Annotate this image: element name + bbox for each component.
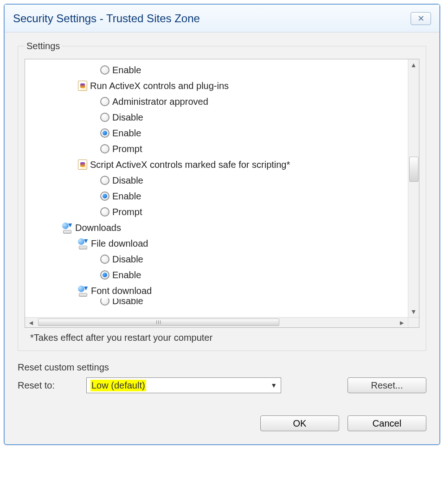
radio-option[interactable]: Enable: [29, 188, 405, 204]
titlebar: Security Settings - Trusted Sites Zone ✕: [5, 5, 439, 32]
reset-section-title: Reset custom settings: [18, 362, 426, 373]
horizontal-scrollbar[interactable]: ◄ ⅠⅠⅠ ►: [25, 317, 408, 327]
chevron-down-icon: ▼: [270, 382, 277, 389]
radio-option[interactable]: Administrator approved: [29, 94, 405, 109]
tree-item-file-download[interactable]: File download: [29, 236, 405, 251]
scrollbar-corner: [408, 317, 419, 327]
document-icon: [78, 81, 87, 91]
scrollbar-thumb[interactable]: ⅠⅠⅠ: [38, 319, 279, 326]
option-label: Disable: [112, 175, 143, 186]
cancel-button[interactable]: Cancel: [347, 415, 426, 431]
option-label: Enable: [112, 128, 141, 139]
radio-option[interactable]: Disable: [29, 299, 405, 306]
radio-option[interactable]: Disable: [29, 251, 405, 267]
window-title: Security Settings - Trusted Sites Zone: [13, 12, 200, 25]
option-label: Enable: [112, 191, 141, 202]
radio-icon: [100, 207, 109, 217]
restart-note: *Takes effect after you restart your com…: [25, 328, 419, 343]
combobox-value: Low (default): [90, 380, 146, 391]
option-label: Administrator approved: [112, 96, 208, 107]
button-label: Reset...: [371, 380, 403, 391]
tree-item-label: Downloads: [75, 223, 121, 233]
tree-category-downloads[interactable]: Downloads: [29, 220, 405, 236]
option-label: Prompt: [112, 144, 142, 154]
close-button[interactable]: ✕: [411, 12, 431, 25]
vertical-scrollbar[interactable]: ▲ ▼: [408, 59, 419, 317]
reset-to-combobox[interactable]: Low (default) ▼: [86, 377, 281, 393]
scroll-left-icon: ◄: [25, 319, 37, 326]
document-icon: [78, 159, 87, 170]
radio-icon: [100, 191, 109, 201]
tree-item-label: Script ActiveX controls marked safe for …: [90, 159, 290, 170]
radio-icon: [100, 97, 109, 106]
option-label: Disable: [112, 299, 143, 306]
radio-icon: [100, 65, 109, 75]
ok-button[interactable]: OK: [260, 415, 339, 431]
reset-to-label: Reset to:: [18, 380, 78, 391]
download-icon: [78, 286, 88, 296]
option-label: Prompt: [112, 207, 142, 217]
tree-item-script-activex[interactable]: Script ActiveX controls marked safe for …: [29, 157, 405, 172]
radio-option[interactable]: Disable: [29, 172, 405, 188]
button-label: Cancel: [373, 418, 401, 429]
download-icon: [62, 223, 72, 233]
radio-icon: [100, 144, 109, 153]
radio-icon: [100, 299, 109, 306]
scroll-up-icon: ▲: [411, 59, 417, 70]
download-icon: [78, 238, 88, 249]
radio-option[interactable]: Disable: [29, 109, 405, 125]
radio-option[interactable]: Enable: [29, 267, 405, 283]
scroll-right-icon: ►: [396, 319, 408, 326]
radio-icon: [100, 128, 109, 138]
radio-option[interactable]: Enable: [29, 125, 405, 141]
radio-option[interactable]: Enable: [29, 62, 405, 78]
radio-option[interactable]: Prompt: [29, 141, 405, 157]
radio-option[interactable]: Prompt: [29, 204, 405, 220]
security-settings-dialog: Security Settings - Trusted Sites Zone ✕…: [4, 4, 440, 445]
option-label: Enable: [112, 65, 141, 76]
tree-item-label: File download: [91, 238, 148, 249]
settings-tree: Enable Run ActiveX controls and plug-ins…: [25, 59, 419, 328]
option-label: Disable: [112, 254, 143, 265]
radio-icon: [100, 176, 109, 185]
option-label: Enable: [112, 270, 141, 281]
radio-icon: [100, 255, 109, 264]
tree-item-label: Font download: [91, 286, 152, 296]
scroll-down-icon: ▼: [411, 306, 417, 317]
reset-button[interactable]: Reset...: [347, 377, 426, 393]
button-label: OK: [293, 418, 307, 429]
tree-item-run-activex[interactable]: Run ActiveX controls and plug-ins: [29, 78, 405, 94]
radio-icon: [100, 113, 109, 122]
settings-legend: Settings: [25, 41, 62, 51]
scrollbar-thumb[interactable]: [409, 157, 418, 182]
close-icon: ✕: [418, 13, 425, 24]
option-label: Disable: [112, 112, 143, 123]
tree-item-font-download[interactable]: Font download: [29, 283, 405, 299]
radio-icon: [100, 270, 109, 280]
tree-item-label: Run ActiveX controls and plug-ins: [90, 81, 229, 91]
settings-fieldset: Settings Enable Run ActiveX controls and…: [18, 41, 426, 351]
